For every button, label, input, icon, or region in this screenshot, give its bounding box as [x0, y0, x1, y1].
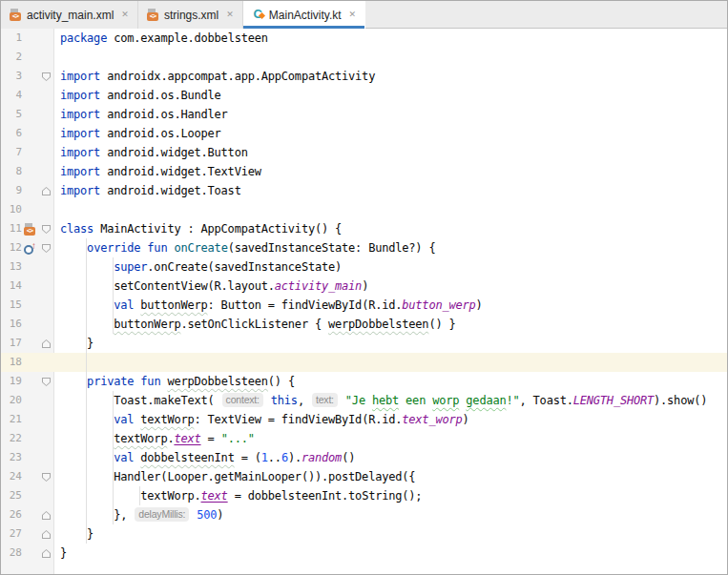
- fold-start-icon[interactable]: [42, 244, 51, 253]
- code-text: buttonWerp.setOnClickListener { werpDobb…: [54, 315, 727, 334]
- fold-end-icon[interactable]: [42, 339, 51, 348]
- gutter-icon-slot: [22, 181, 39, 200]
- code-line-caret[interactable]: 18: [1, 353, 727, 372]
- ide-editor-window: <> activity_main.xml ✕ <> strings.xml ✕ …: [0, 0, 728, 575]
- code-editor[interactable]: 1package com.example.dobbelsteen23import…: [1, 29, 727, 575]
- code-line[interactable]: 24 Handler(Looper.getMainLooper()).postD…: [1, 467, 727, 486]
- code-text: Toast.makeText( context: this, text: "Je…: [54, 391, 727, 410]
- fold-slot: [39, 448, 54, 467]
- line-number: 1: [1, 29, 22, 48]
- editor-tab-bar: <> activity_main.xml ✕ <> strings.xml ✕ …: [1, 1, 727, 29]
- fold-start-icon[interactable]: [42, 225, 51, 234]
- fold-slot: [39, 48, 54, 67]
- indent-guide: [113, 391, 114, 524]
- fold-slot: [39, 277, 54, 296]
- line-number: 17: [1, 334, 22, 353]
- code-line[interactable]: 22 textWorp.text = "...": [1, 429, 727, 448]
- fold-slot: [39, 544, 54, 563]
- fold-end-icon[interactable]: [42, 549, 51, 558]
- gutter-icon-slot: [22, 29, 39, 48]
- fold-slot: [39, 105, 54, 124]
- code-line[interactable]: 10: [1, 200, 727, 219]
- code-text: setContentView(R.layout.activity_main): [54, 277, 727, 296]
- line-number: 26: [1, 505, 22, 524]
- code-line[interactable]: 4import android.os.Bundle: [1, 86, 727, 105]
- gutter-icon-slot: [22, 296, 39, 315]
- code-text: import android.widget.Toast: [54, 181, 727, 200]
- code-line[interactable]: 20 Toast.makeText( context: this, text: …: [1, 391, 727, 410]
- fold-end-icon[interactable]: [42, 511, 51, 520]
- fold-end-icon[interactable]: [42, 187, 51, 195]
- code-line[interactable]: 26 }, delayMillis: 500): [1, 505, 727, 524]
- code-text: import androidx.appcompat.app.AppCompatA…: [54, 67, 727, 86]
- code-text: }, delayMillis: 500): [54, 505, 727, 524]
- line-number: 4: [1, 86, 22, 105]
- fold-start-icon[interactable]: [42, 473, 51, 482]
- code-line[interactable]: 28}: [1, 544, 727, 563]
- tab-mainactivity-kt[interactable]: C MainActivity.kt ✕: [243, 1, 365, 29]
- gutter-icon-slot: [22, 105, 39, 124]
- code-line[interactable]: 5import android.os.Handler: [1, 105, 727, 124]
- code-line[interactable]: 25 textWorp.text = dobbelsteenInt.toStri…: [1, 486, 727, 505]
- line-number: 15: [1, 296, 22, 315]
- code-line[interactable]: 15 val buttonWerp: Button = findViewById…: [1, 296, 727, 315]
- tab-label: strings.xml: [164, 9, 218, 22]
- code-line[interactable]: 23 val dobbelsteenInt = (1..6).random(): [1, 448, 727, 467]
- code-line[interactable]: 21 val textWorp: TextView = findViewById…: [1, 410, 727, 429]
- code-line[interactable]: 12↑ override fun onCreate(savedInstanceS…: [1, 238, 727, 257]
- fold-start-icon[interactable]: [42, 72, 51, 81]
- code-text: textWorp.text = "...": [54, 429, 727, 448]
- gutter-icon-slot: [22, 124, 39, 143]
- gutter-icon-slot: [22, 315, 39, 334]
- code-line[interactable]: 7import android.widget.Button: [1, 143, 727, 162]
- line-number: 19: [1, 372, 22, 391]
- xml-file-icon: <>: [10, 9, 22, 21]
- gutter-icon-slot: [22, 143, 39, 162]
- fold-slot: [39, 429, 54, 448]
- fold-slot: [39, 200, 54, 219]
- fold-start-icon[interactable]: [42, 378, 51, 386]
- code-line[interactable]: 1package com.example.dobbelsteen: [1, 29, 727, 48]
- line-number: 8: [1, 162, 22, 181]
- code-line[interactable]: 2: [1, 48, 727, 67]
- line-number: 16: [1, 315, 22, 334]
- code-text: }: [54, 524, 727, 544]
- code-line[interactable]: 9import android.widget.Toast: [1, 181, 727, 200]
- close-icon[interactable]: ✕: [226, 10, 234, 19]
- gutter-icon-slot: [22, 429, 39, 448]
- code-line[interactable]: 16 buttonWerp.setOnClickListener { werpD…: [1, 315, 727, 334]
- fold-end-icon[interactable]: [42, 530, 51, 539]
- gutter-icon-slot: [22, 410, 39, 429]
- gutter-icon-slot: [22, 200, 39, 219]
- gutter-icon-slot: [22, 524, 39, 544]
- code-text: import android.widget.Button: [54, 143, 727, 162]
- line-number: 11: [1, 219, 22, 238]
- code-line[interactable]: 19 private fun werpDobbelsteen() {: [1, 372, 727, 391]
- code-line[interactable]: 27 }: [1, 524, 727, 544]
- fold-slot: [39, 238, 54, 257]
- code-line[interactable]: 8import android.widget.TextView: [1, 162, 727, 181]
- fold-slot: [39, 410, 54, 429]
- close-icon[interactable]: ✕: [121, 10, 129, 19]
- kotlin-class-icon: C: [252, 9, 264, 21]
- fold-slot: [39, 334, 54, 353]
- line-number: 24: [1, 467, 22, 486]
- code-line[interactable]: 3import androidx.appcompat.app.AppCompat…: [1, 67, 727, 86]
- indent-guide: [113, 257, 114, 334]
- code-text: [54, 353, 727, 372]
- tab-strings-xml[interactable]: <> strings.xml ✕: [138, 1, 243, 29]
- line-number: 18: [1, 353, 22, 372]
- code-line[interactable]: 6import android.os.Looper: [1, 124, 727, 143]
- code-text: Handler(Looper.getMainLooper()).postDela…: [54, 467, 727, 486]
- gutter-icon-slot: [22, 277, 39, 296]
- code-line[interactable]: 13 super.onCreate(savedInstanceState): [1, 257, 727, 277]
- code-text: }: [54, 334, 727, 353]
- close-icon[interactable]: ✕: [349, 10, 357, 19]
- code-line[interactable]: 17 }: [1, 334, 727, 353]
- tab-activity-main-xml[interactable]: <> activity_main.xml ✕: [1, 1, 138, 29]
- fold-slot: [39, 391, 54, 410]
- code-line[interactable]: 11<>class MainActivity : AppCompatActivi…: [1, 219, 727, 238]
- gutter-icon-slot: [22, 372, 39, 391]
- fold-slot: [39, 524, 54, 544]
- code-line[interactable]: 14 setContentView(R.layout.activity_main…: [1, 277, 727, 296]
